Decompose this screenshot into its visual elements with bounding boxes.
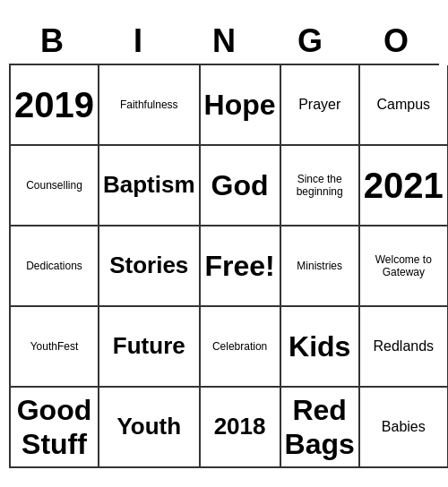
bingo-cell-22: 2018 (201, 388, 281, 468)
header-letter: N (181, 19, 267, 64)
bingo-cell-14: Welcome to Gateway (360, 226, 448, 307)
bingo-cell-3: Prayer (281, 65, 360, 146)
bingo-cell-6: Baptism (99, 146, 201, 226)
bingo-cell-7: God (201, 146, 281, 226)
bingo-cell-18: Kids (281, 307, 360, 388)
bingo-cell-10: Dedications (11, 226, 99, 307)
bingo-cell-5: Counselling (11, 146, 99, 226)
header-letter: B (9, 19, 95, 64)
bingo-cell-11: Stories (99, 226, 201, 307)
bingo-cell-2: Hope (201, 65, 281, 146)
bingo-cell-23: Red Bags (281, 388, 360, 468)
bingo-cell-16: Future (99, 307, 201, 388)
bingo-cell-19: Redlands (360, 307, 448, 388)
bingo-cell-15: YouthFest (11, 307, 99, 388)
header-letter: G (267, 19, 353, 64)
bingo-card: BINGO 2019FaithfulnessHopePrayerCampusCo… (9, 19, 439, 468)
bingo-cell-21: Youth (99, 388, 201, 468)
bingo-cell-20: Good Stuff (11, 388, 99, 468)
bingo-cell-12: Free! (201, 226, 281, 307)
bingo-cell-9: 2021 (360, 146, 448, 226)
header-letter: O (353, 19, 439, 64)
header-letter: I (95, 19, 181, 64)
bingo-header: BINGO (9, 19, 439, 64)
bingo-grid: 2019FaithfulnessHopePrayerCampusCounsell… (9, 64, 439, 468)
bingo-cell-0: 2019 (11, 65, 99, 146)
bingo-cell-1: Faithfulness (99, 65, 201, 146)
bingo-cell-8: Since the beginning (281, 146, 360, 226)
bingo-cell-4: Campus (360, 65, 448, 146)
bingo-cell-13: Ministries (281, 226, 360, 307)
bingo-cell-17: Celebration (201, 307, 281, 388)
bingo-cell-24: Babies (360, 388, 448, 468)
